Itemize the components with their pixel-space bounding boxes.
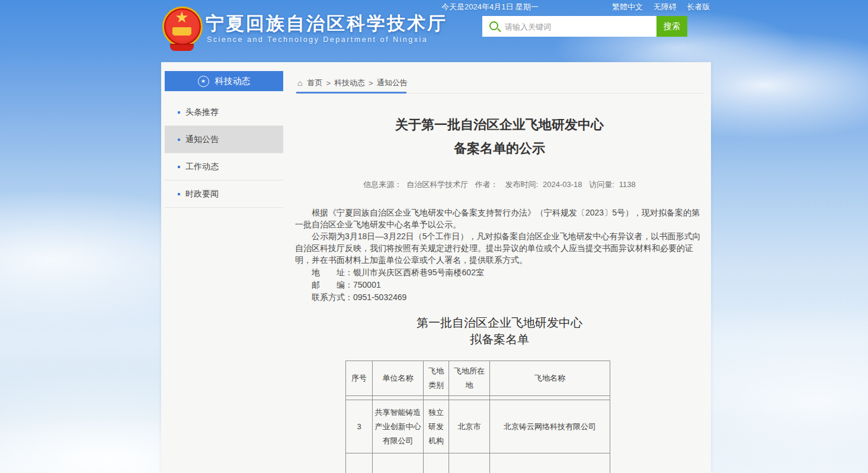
breadcrumb-home[interactable]: 首页 [307,78,322,88]
table-row-clipped [346,453,610,473]
table-header-row: 序号 单位名称 飞地类别 飞地所在地 飞地名称 [346,361,610,396]
breadcrumb-accent-underline [296,92,406,94]
sidebar-item-headlines[interactable]: 头条推荐 [165,99,283,126]
cell-unit: 共享智能铸造产业创新中心有限公司 [373,400,424,453]
refresh-star-icon [198,76,209,87]
link-accessibility[interactable]: 无障碍 [654,2,677,11]
table-row: 3 共享智能铸造产业创新中心有限公司 独立研发机构 北京市 北京铸云网络科技有限… [346,400,610,453]
table-spacer-row [346,396,610,400]
cell-type: 独立研发机构 [424,400,449,453]
search-bar: 搜索 [482,16,687,37]
paragraph: 根据《宁夏回族自治区企业飞地研发中心备案支持暂行办法》（宁科规发〔2023〕5号… [295,207,704,230]
article-body: 根据《宁夏回族自治区企业飞地研发中心备案支持暂行办法》（宁科规发〔2023〕5号… [295,207,704,304]
col-header-name: 飞地名称 [490,361,610,396]
breadcrumb-current[interactable]: 通知公告 [377,78,408,88]
breadcrumb: ⌂ 首页 > 科技动态 > 通知公告 [297,78,408,88]
sidebar-item-notices[interactable]: 通知公告 [165,126,283,153]
cell-name: 北京铸云网络科技有限公司 [490,400,610,453]
article-meta: 信息来源：自治区科学技术厅 作者： 发布时间:2024-03-18 访问量:11… [295,179,704,190]
contact-block: 地 址：银川市兴庆区西桥巷95号南楼602室 邮 编：750001 联系方式：0… [295,266,704,304]
meta-author-label: 作者： [475,180,498,189]
bullet-icon [178,166,180,168]
meta-source-label: 信息来源： [363,180,402,189]
national-emblem-logo: ★ [162,6,201,54]
content-panel: 科技动态 头条推荐 通知公告 工作动态 时政要闻 ⌂ 首页 [161,62,711,473]
meta-time-label: 发布时间: [505,180,538,189]
bullet-icon [178,111,180,114]
sidebar-item-work-news[interactable]: 工作动态 [165,153,283,181]
sidebar-item-political-news[interactable]: 时政要闻 [165,181,283,208]
current-date: 今天是2024年4月1日 星期一 [441,2,539,12]
meta-views: 1138 [619,180,636,189]
article-title: 关于第一批自治区企业飞地研发中心 备案名单的公示 [295,113,704,160]
top-utility-links: 繁體中文 无障碍 长者版 [612,2,718,12]
meta-views-label: 访问量: [589,180,614,189]
cell-seq: 3 [346,400,373,453]
table-title: 第一批自治区企业飞地研发中心 拟备案名单 [295,314,704,347]
home-icon: ⌂ [297,78,302,88]
contact-phone: 联系方式：0951-5032469 [295,291,704,304]
search-input[interactable] [504,16,654,38]
bullet-icon [178,193,180,195]
paragraph: 公示期为3月18日—3月22日（5个工作日），凡对拟备案自治区企业飞地研发中心有… [295,230,704,266]
sidebar: 科技动态 头条推荐 通知公告 工作动态 时政要闻 [165,71,283,208]
star-icon: ★ [162,9,202,25]
contact-postcode: 邮 编：750001 [295,279,704,291]
site-subtitle: Science and Technology Department of Nin… [207,36,428,44]
filing-list-table: 序号 单位名称 飞地类别 飞地所在地 飞地名称 3 共享智能铸造产业创新中心有限… [345,361,610,473]
col-header-location: 飞地所在地 [449,361,490,396]
sidebar-title: 科技动态 [215,76,251,87]
sidebar-header: 科技动态 [165,71,283,91]
breadcrumb-section[interactable]: 科技动态 [334,78,365,88]
meta-time: 2024-03-18 [543,180,582,189]
col-header-seq: 序号 [346,361,373,396]
link-traditional-chinese[interactable]: 繁體中文 [612,2,643,11]
bullet-icon [178,139,180,141]
search-icon [489,21,498,30]
search-button[interactable]: 搜索 [656,16,687,37]
link-elder-version[interactable]: 长者版 [687,2,710,11]
article: 关于第一批自治区企业飞地研发中心 备案名单的公示 信息来源：自治区科学技术厅 作… [295,99,704,473]
site-title: 宁夏回族自治区科学技术厅 [206,11,447,36]
col-header-unit: 单位名称 [373,361,424,396]
col-header-type: 飞地类别 [424,361,449,396]
meta-source: 自治区科学技术厅 [406,180,468,189]
cell-location: 北京市 [449,400,490,453]
contact-address: 地 址：银川市兴庆区西桥巷95号南楼602室 [295,266,704,279]
